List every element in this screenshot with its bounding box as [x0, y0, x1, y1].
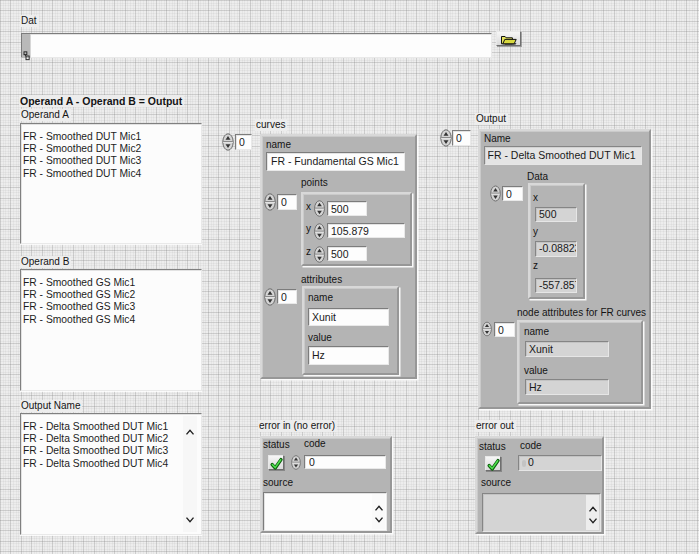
point-z-input[interactable]: 500 — [327, 246, 367, 261]
point-y-spinner-icon[interactable] — [313, 223, 326, 244]
error-in-status-checkbox[interactable] — [268, 455, 284, 470]
node-attribute-value-value: Hz — [529, 381, 607, 394]
points-index-input[interactable]: 0 — [277, 194, 297, 210]
output-index-value[interactable]: 0 — [456, 132, 469, 145]
curves-index-input[interactable]: 0 — [235, 134, 252, 150]
list-item[interactable]: FR - Smoothed DUT Mic1 — [21, 131, 201, 143]
data-z-value: -557.857 — [539, 279, 576, 292]
node-attributes-index-spinner-icon[interactable] — [482, 321, 492, 341]
attribute-name-value[interactable]: Xunit — [312, 311, 387, 324]
error-in-source-input[interactable] — [263, 492, 387, 531]
point-x-input[interactable]: 500 — [327, 201, 367, 216]
point-x-value[interactable]: 500 — [331, 203, 365, 216]
point-z-spinner-icon[interactable] — [313, 246, 326, 267]
data-index-spinner-icon[interactable] — [490, 185, 501, 206]
listbox-scrollbar[interactable] — [183, 416, 197, 532]
error-out-source-scrollbar[interactable] — [586, 495, 599, 530]
error-out-status-indicator — [485, 456, 501, 471]
attributes-index-value[interactable]: 0 — [281, 291, 295, 304]
error-out-source-indicator — [482, 493, 601, 532]
data-index-input[interactable]: 0 — [502, 186, 523, 201]
curve-name-input[interactable]: FR - Fundamental GS Mic1 — [266, 152, 405, 171]
attribute-name-input[interactable]: Xunit — [308, 308, 389, 326]
status-ok-check-icon — [269, 457, 284, 475]
data-z-label: z — [533, 260, 538, 272]
scroll-down-icon[interactable] — [588, 510, 597, 528]
list-item[interactable]: FR - Smoothed GS Mic4 — [21, 314, 201, 326]
scroll-down-icon[interactable] — [186, 509, 195, 527]
data-z-indicator: -557.857 — [535, 278, 577, 293]
error-in-code-input[interactable]: 0 — [304, 455, 386, 469]
curves-index-spinner-icon[interactable] — [222, 133, 234, 155]
node-attributes-index-input[interactable]: 0 — [494, 322, 515, 337]
error-in-code-value[interactable]: 0 — [309, 456, 384, 469]
list-item[interactable]: FR - Delta Smoothed DUT Mic4 — [21, 458, 201, 470]
output-name-label: Output Name — [20, 400, 82, 412]
scroll-up-icon[interactable] — [186, 422, 195, 440]
path-type-strip — [22, 34, 31, 58]
list-item[interactable]: FR - Delta Smoothed DUT Mic2 — [21, 433, 201, 445]
list-item[interactable]: FR - Delta Smoothed DUT Mic1 — [21, 421, 201, 433]
point-x-label: x — [306, 201, 311, 213]
list-item[interactable]: FR - Delta Smoothed DUT Mic3 — [21, 445, 201, 457]
list-item[interactable]: FR - Smoothed DUT Mic2 — [21, 143, 201, 155]
path-type-icon — [23, 47, 30, 65]
point-y-input[interactable]: 105.879 — [327, 223, 405, 238]
list-item[interactable]: FR - Smoothed DUT Mic4 — [21, 168, 201, 180]
data-y-indicator: -0.08823 — [535, 241, 577, 257]
error-out-source-label: source — [481, 477, 511, 489]
node-attribute-name-label: name — [524, 326, 549, 338]
data-index-value[interactable]: 0 — [506, 188, 521, 201]
node-attributes-label: node attributes for FR curves — [517, 307, 646, 319]
error-in-source-scrollbar[interactable] — [372, 494, 385, 529]
operand-a-listbox[interactable]: FR - Smoothed DUT Mic1FR - Smoothed DUT … — [20, 123, 202, 244]
curves-index-value[interactable]: 0 — [239, 136, 250, 149]
operand-a-label: Operand A — [20, 109, 71, 121]
list-item[interactable]: FR - Smoothed GS Mic2 — [21, 289, 201, 301]
front-panel: Dat Operand A - Operand B = Output Opera… — [0, 0, 699, 554]
path-input[interactable] — [21, 33, 492, 58]
error-out-code-indicator: 0 — [518, 455, 602, 471]
page-title: Operand A - Operand B = Output — [19, 95, 184, 107]
list-item[interactable]: FR - Smoothed GS Mic1 — [21, 277, 201, 289]
error-out-code-label: code — [520, 440, 542, 452]
path-control-label: Dat — [20, 15, 39, 27]
list-item[interactable]: FR - Smoothed GS Mic3 — [21, 301, 201, 313]
operand-b-listbox[interactable]: FR - Smoothed GS Mic1FR - Smoothed GS Mi… — [20, 269, 202, 391]
points-index-value[interactable]: 0 — [281, 196, 295, 209]
point-y-value[interactable]: 105.879 — [331, 225, 403, 238]
attributes-label: attributes — [301, 274, 342, 286]
output-index-input[interactable]: 0 — [452, 130, 471, 146]
error-out-code-value: 0 — [528, 456, 600, 469]
curves-label: curves — [255, 119, 287, 131]
error-in-source-label: source — [263, 477, 293, 489]
output-item-name-indicator: FR - Delta Smoothed DUT Mic1 — [484, 146, 642, 165]
curve-name-value[interactable]: FR - Fundamental GS Mic1 — [271, 155, 403, 168]
error-in-status-label: status — [263, 439, 290, 451]
error-out-status-label: status — [479, 441, 506, 453]
browse-button[interactable] — [496, 31, 521, 46]
browse-folder-icon — [500, 33, 518, 51]
status-ok-check-icon — [486, 458, 501, 476]
node-attribute-name-value: Xunit — [529, 343, 607, 356]
attribute-value-value[interactable]: Hz — [312, 349, 387, 362]
point-z-value[interactable]: 500 — [331, 248, 365, 261]
code-radix-nub — [522, 460, 526, 467]
list-item[interactable]: FR - Smoothed DUT Mic3 — [21, 155, 201, 167]
attributes-index-spinner-icon[interactable] — [264, 288, 276, 310]
point-z-label: z — [306, 246, 311, 258]
error-in-code-spinner-icon[interactable] — [291, 455, 301, 474]
point-x-spinner-icon[interactable] — [313, 200, 326, 221]
attribute-value-input[interactable]: Hz — [308, 346, 389, 365]
attributes-index-input[interactable]: 0 — [277, 289, 297, 304]
points-index-spinner-icon[interactable] — [264, 193, 276, 215]
scroll-down-icon[interactable] — [374, 509, 383, 527]
output-name-listbox[interactable]: FR - Delta Smoothed DUT Mic1FR - Delta S… — [20, 413, 202, 535]
node-attributes-index-value[interactable]: 0 — [498, 324, 513, 337]
points-label: points — [301, 177, 328, 189]
error-out-label: error out — [475, 420, 516, 432]
data-label: Data — [527, 171, 548, 183]
output-index-spinner-icon[interactable] — [440, 129, 452, 151]
error-in-code-label: code — [304, 438, 326, 450]
node-attribute-value-label: value — [524, 365, 548, 377]
